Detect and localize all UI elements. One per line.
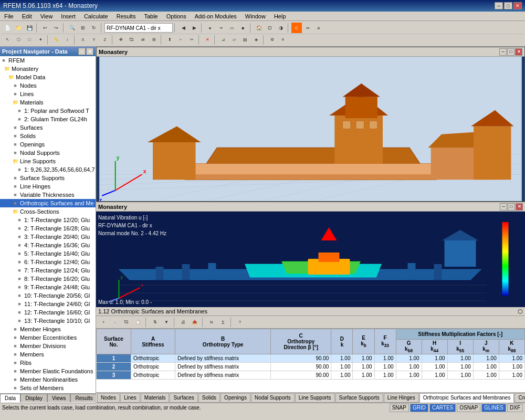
cell-k55-2[interactable]: 1.00 xyxy=(447,363,473,371)
cartes-btn[interactable]: CARTES xyxy=(429,404,456,412)
view-close-bottom[interactable]: ✕ xyxy=(516,203,523,211)
btab-line-hinges[interactable]: Line Hinges xyxy=(384,393,419,403)
grid-btn[interactable]: GRID xyxy=(410,404,428,412)
cell-kb-3[interactable]: 1.00 xyxy=(353,371,374,380)
btab-surface-supports[interactable]: Surface Supports xyxy=(335,393,383,403)
tree-item-16[interactable]: ■Variable Thicknesses xyxy=(0,191,96,199)
color-btn[interactable]: C xyxy=(291,23,302,33)
view-minimize-top[interactable]: ─ xyxy=(499,48,507,56)
line-icon[interactable]: ━ xyxy=(216,23,226,33)
mirror-btn[interactable]: ⇌ xyxy=(138,35,148,45)
view-maximize-top[interactable]: □ xyxy=(507,48,514,56)
tree-item-35[interactable]: ■Members xyxy=(0,350,96,359)
vibration-canvas[interactable]: Natural Vibration u [-] RF-DYNAM CA1 - d… xyxy=(96,212,525,307)
cell-kb8-1[interactable]: 1.00 xyxy=(396,354,422,363)
cell-km-3[interactable]: 1.00 xyxy=(473,371,499,380)
menu-calculate[interactable]: Calculate xyxy=(82,13,110,20)
tree-item-37[interactable]: ■Member Elastic Foundations xyxy=(0,367,96,375)
cell-stiffness-3[interactable]: Orthotropic xyxy=(131,371,175,380)
properties-btn[interactable]: ⚙ xyxy=(267,35,277,45)
cell-angle-3[interactable]: 90.00 xyxy=(271,371,331,380)
tree-item-1[interactable]: 📁Monastery xyxy=(0,65,96,73)
cell-k44-2[interactable]: 1.00 xyxy=(422,363,447,371)
new-btn[interactable]: 📄 xyxy=(2,23,13,33)
tree-item-39[interactable]: ■Sets of Members xyxy=(0,384,96,392)
extrude-btn[interactable]: ⬆ xyxy=(164,35,175,45)
cell-type-2[interactable]: Defined by stiffness matrix xyxy=(175,363,271,371)
cell-k55-1[interactable]: 1.00 xyxy=(447,354,473,363)
menu-view[interactable]: View xyxy=(38,13,55,20)
ss-sort-btn[interactable]: ⇅ xyxy=(150,317,160,328)
cell-k55-3[interactable]: 1.00 xyxy=(447,371,473,380)
ss-export-btn[interactable]: 📤 xyxy=(190,317,200,328)
rotate-btn[interactable]: ↻ xyxy=(89,23,99,33)
nav-tab-display[interactable]: Display xyxy=(20,394,47,402)
open-btn[interactable]: 📁 xyxy=(13,23,24,33)
cell-k88-1[interactable]: 1.00 xyxy=(499,354,524,363)
cell-angle-1[interactable]: 90.00 xyxy=(271,354,331,363)
tree-item-23[interactable]: ■5: T-Rectangle 16/40; Glu xyxy=(0,249,96,258)
tree-item-2[interactable]: 📁Model Data xyxy=(0,73,96,81)
scale-btn[interactable]: ⇔ xyxy=(302,23,313,33)
osnap-btn[interactable]: OSNAP xyxy=(457,404,480,412)
tree-item-17[interactable]: ■Orthotropic Surfaces and Me xyxy=(0,199,96,207)
nav-tab-results[interactable]: Results xyxy=(70,394,97,402)
nav-minimize-btn[interactable]: ─ xyxy=(78,48,86,55)
dxf-btn[interactable]: DXF xyxy=(507,404,523,412)
btab-openings[interactable]: Openings xyxy=(220,393,250,403)
tree-item-10[interactable]: ■Openings xyxy=(0,140,96,149)
view-content-top[interactable]: x y z xyxy=(97,57,524,201)
menu-options[interactable]: Options xyxy=(164,13,188,20)
cell-stiffness-1[interactable]: Orthotropic xyxy=(131,354,175,363)
tree-item-0[interactable]: ■RFEM xyxy=(0,56,96,65)
dim-btn[interactable]: ↕ xyxy=(62,35,72,45)
btab-lines[interactable]: Lines xyxy=(120,393,140,403)
cell-type-1[interactable]: Defined by stiffness matrix xyxy=(175,354,271,363)
cell-km-2[interactable]: 1.00 xyxy=(473,363,499,371)
node-icon[interactable]: ● xyxy=(205,23,215,33)
measure-btn[interactable]: 📏 xyxy=(51,35,61,45)
cell-kb-1[interactable]: 1.00 xyxy=(353,354,374,363)
tree-item-7[interactable]: ■2: Glulam Timber GL24h xyxy=(0,115,96,123)
tree-item-32[interactable]: ■Member Hinges xyxy=(0,325,96,333)
iso-front-btn[interactable]: ▱ xyxy=(229,35,239,45)
delete-btn[interactable]: ✕ xyxy=(202,35,213,45)
cell-k33-1[interactable]: 1.00 xyxy=(374,354,396,363)
view-maximize-bottom[interactable]: □ xyxy=(508,203,515,211)
tree-item-36[interactable]: ■Ribs xyxy=(0,359,96,367)
spreadsheet-expand[interactable]: ⬡ xyxy=(518,308,523,315)
menu-edit[interactable]: Edit xyxy=(20,13,34,20)
z-btn[interactable]: Z xyxy=(100,35,110,45)
tree-item-28[interactable]: ■10: T-Rectangle 20/56; Gl xyxy=(0,291,96,300)
ss-paste-btn[interactable]: 📋 xyxy=(133,317,143,328)
annotate-btn[interactable]: A xyxy=(313,23,324,33)
menu-file[interactable]: File xyxy=(2,13,16,20)
btab-materials[interactable]: Materials xyxy=(141,393,170,403)
settings-btn[interactable]: ≡ xyxy=(278,35,288,45)
ss-formula-btn[interactable]: fx xyxy=(206,317,217,328)
tree-item-13[interactable]: ■1: 9,26,32,35,46,56,60,64,7 xyxy=(0,165,96,174)
tree-item-4[interactable]: ■Lines xyxy=(0,90,96,98)
tree-item-34[interactable]: ■Member Divisions xyxy=(0,342,96,350)
tree-item-38[interactable]: ■Member Nonlinearities xyxy=(0,375,96,384)
ss-delete-btn[interactable]: - xyxy=(110,317,120,328)
tree-item-21[interactable]: ■3: T-Rectangle 20/40; Glu xyxy=(0,233,96,241)
ss-copy-btn[interactable]: ⿻ xyxy=(121,317,132,328)
menu-addon[interactable]: Add-on Modules xyxy=(193,13,239,20)
zoom-btn[interactable]: 🔍 xyxy=(67,23,77,33)
tree-item-6[interactable]: ■1: Poplar and Softwood T xyxy=(0,107,96,115)
cell-angle-2[interactable]: 90.00 xyxy=(271,363,331,371)
solid-icon[interactable]: ■ xyxy=(238,23,248,33)
tree-item-3[interactable]: ■Nodes xyxy=(0,81,96,90)
cell-km-1[interactable]: 1.00 xyxy=(473,354,499,363)
tree-item-8[interactable]: ■Surfaces xyxy=(0,123,96,132)
tree-item-27[interactable]: ■9: T-Rectangle 24/48; Glu xyxy=(0,283,96,291)
render-btn[interactable]: 🏠 xyxy=(254,23,264,33)
btab-line-supports[interactable]: Line Supports xyxy=(295,393,335,403)
menu-results[interactable]: Results xyxy=(114,13,138,20)
btab-cross-sections[interactable]: Cross-Sections xyxy=(514,393,525,403)
x-btn[interactable]: X xyxy=(78,35,88,45)
select-btn[interactable]: ↖ xyxy=(2,35,13,45)
shaded-btn[interactable]: ◑ xyxy=(276,23,286,33)
tree-item-5[interactable]: 📁Materials xyxy=(0,98,96,107)
